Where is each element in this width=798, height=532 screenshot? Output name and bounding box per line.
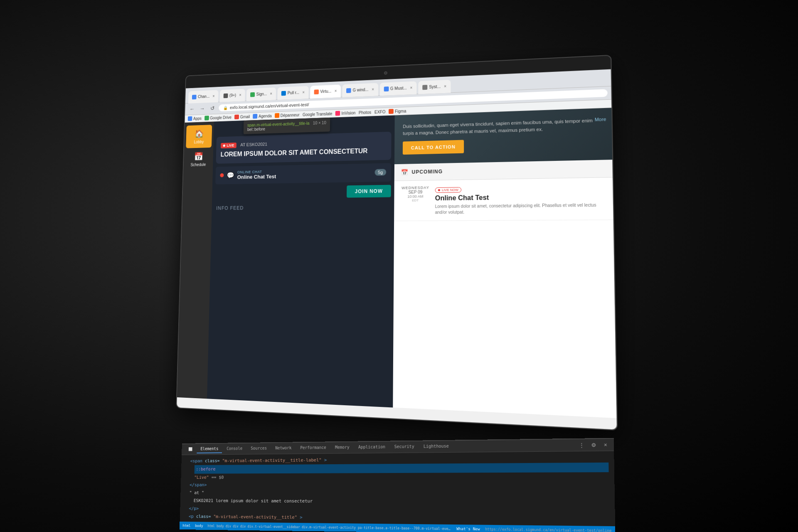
event-card: LIVE AT ESKO2021 LOREM IPSUM DOLOR SIT A… [216,132,391,164]
right-panel: Duis sollicitudin, quam eget viverra tin… [393,108,616,418]
tab-close-7[interactable]: × [410,86,413,90]
tab-label-2: (9+) [229,93,236,98]
devtools-tab-performance[interactable]: Performance [296,443,330,452]
tab-label-6: G wind... [353,87,369,92]
lock-icon: 🔒 [223,106,228,110]
tab-label-8: Syst... [429,84,441,89]
status-body-label: body [195,524,203,528]
live-dot [223,145,225,147]
tab-close-3[interactable]: × [270,91,273,96]
bookmark-favicon-apps [188,116,192,121]
devtools-toolbar-icons: ⋮ ⚙ × [577,441,610,450]
bookmark-exfo[interactable]: EXFO [374,109,386,114]
upcoming-header: 📅 UPCOMING [401,165,605,175]
devtools-tab-elements[interactable]: ⬜ [185,446,196,453]
live-now-label: LIVE NOW [442,188,458,192]
calendar-upcoming-icon: 📅 [401,169,409,175]
bookmark-gmail[interactable]: Gmail [234,114,250,120]
bookmark-depanneur[interactable]: Dépanneur [275,112,300,118]
devtools-whats-new[interactable]: What's New [456,527,480,531]
html-line-3: "Live" == $0 [185,472,609,481]
bookmark-label-depanneur: Dépanneur [281,113,300,118]
more-link[interactable]: More [595,117,606,122]
chat-badge: 5g [374,169,386,176]
event-list-title: Online Chat Test [435,192,606,202]
bookmark-photos[interactable]: Photos [359,110,371,115]
browser-tab-3[interactable]: Sign... × [246,87,276,101]
bookmark-drive[interactable]: Google Drive [204,115,232,120]
bookmark-label-photos: Photos [359,110,371,115]
devtools-tab-security[interactable]: Security [390,443,419,452]
devtools-dock-button[interactable]: ⋮ [577,441,586,449]
chat-section: 💬 ONLINE CHAT Online Chat Test 5g [215,163,391,184]
live-now-dot [438,189,440,191]
tab-close-2[interactable]: × [239,93,241,97]
hero-section: Duis sollicitudin, quam eget viverra tin… [394,108,612,164]
html-line-4: </span> [185,481,609,490]
live-badge: LIVE [221,143,236,148]
browser-tab-5-active[interactable]: Virtu... × [310,84,341,99]
browser-tab-8[interactable]: Syst... × [418,79,451,94]
bookmark-apps[interactable]: Apps [188,116,202,121]
online-indicator [220,173,224,177]
devtools-tab-network[interactable]: Network [271,444,296,453]
chat-icon: 💬 [227,171,234,179]
tab-label-4: Pull r... [288,90,299,95]
bookmark-favicon-depanneur [275,113,279,118]
bookmark-label-invision: InVision [341,111,355,116]
tab-close-6[interactable]: × [372,87,374,92]
devtools-close-button[interactable]: × [601,441,611,449]
devtools-tab-elements-label[interactable]: Elements [197,445,222,453]
devtools-html-content: <span class= "m-virtual-event-activity__… [180,451,616,532]
upcoming-label: UPCOMING [412,169,443,175]
devtools-settings-button[interactable]: ⚙ [589,441,598,449]
bookmark-label-gmail: Gmail [240,114,250,119]
sidebar-schedule-label: Schedule [190,163,206,167]
browser-content: 🏠 Lobby 📅 Schedule span.m-virtual-event-… [177,108,617,418]
sidebar-item-schedule[interactable]: 📅 Schedule [185,148,212,171]
hero-text: Duis sollicitudin, quam eget viverra tin… [403,117,603,137]
inspector-dimensions: 10 × 10 [313,121,326,126]
bookmark-figma[interactable]: Figma [389,108,406,114]
tab-label-7: G Must... [390,86,407,91]
tab-favicon-2 [224,93,228,98]
bookmark-favicon-figma [389,109,394,114]
devtools-tab-console[interactable]: Console [223,445,246,453]
main-event-content: span.m-virtual-event-activity__title-la … [207,115,395,407]
sidebar-item-lobby[interactable]: 🏠 Lobby [186,125,212,148]
join-now-button[interactable]: JOIN NOW [347,185,391,197]
tab-favicon-1 [192,94,197,99]
live-now-badge: LIVE NOW [435,187,461,193]
tab-label-1: Chan... [198,94,210,99]
devtools-tab-memory[interactable]: Memory [331,443,353,452]
tab-close-4[interactable]: × [302,90,305,95]
browser-tab-4[interactable]: Pull r... × [278,86,309,99]
bookmark-agenda[interactable]: Agenda [253,113,271,119]
event-day-name: WEDNESDAY [401,185,430,190]
devtools-tab-sources[interactable]: Sources [247,444,271,453]
refresh-button[interactable]: ↺ [208,104,217,113]
browser-tab-1[interactable]: Chan... × [188,90,219,103]
browser-tab-6[interactable]: G wind... × [342,83,378,97]
devtools-tab-lighthouse[interactable]: Lighthouse [419,442,453,451]
info-feed-label: INFO FEED [212,200,394,212]
browser-tab-7[interactable]: G Must... × [379,81,416,96]
forward-button[interactable]: → [198,104,207,113]
browser-tab-2[interactable]: (9+) × [220,89,245,102]
tab-close-1[interactable]: × [212,94,214,98]
event-date-col: WEDNESDAY SEP 09 10:00 AM EDT [401,185,430,216]
bookmark-favicon-invision [335,111,340,116]
devtools-tab-application[interactable]: Application [354,443,389,452]
tab-label-3: Sign... [256,92,267,96]
bookmark-label-agenda: Agenda [259,113,272,118]
event-info-col: LIVE NOW Online Chat Test Lorem ipsum do… [435,183,606,215]
cta-button[interactable]: CALL TO ACTION [403,140,464,155]
bookmark-favicon-gmail [234,115,239,120]
tab-close-5[interactable]: × [335,89,337,93]
event-timezone: EDT [401,198,430,202]
tab-close-8[interactable]: × [444,84,446,89]
bookmark-invision[interactable]: InVision [335,110,355,116]
status-path: html body div div div div.t-virtual-even… [207,524,451,531]
bookmark-translate[interactable]: Google Translate [303,111,332,117]
back-button[interactable]: ← [188,105,196,113]
